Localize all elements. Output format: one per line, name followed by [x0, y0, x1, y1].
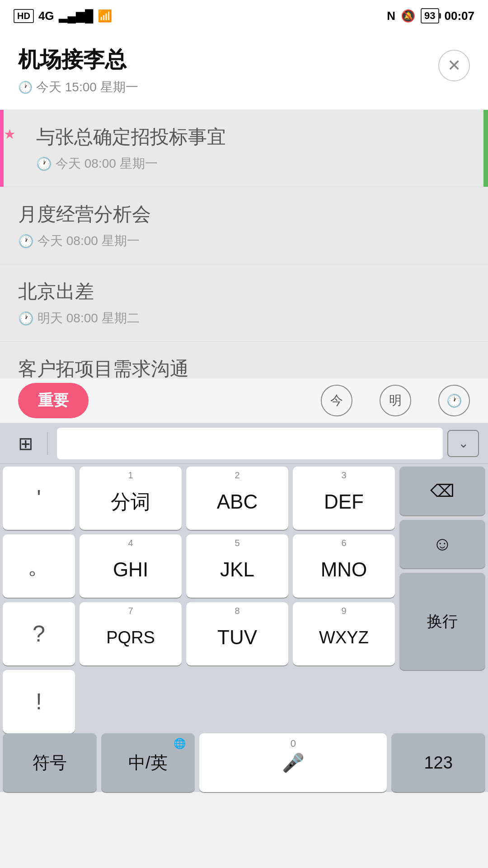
key-1-fenci[interactable]: 1 分词 — [80, 467, 182, 530]
input-card-content: 机场接李总 🕐 今天 15:00 星期一 — [18, 45, 438, 96]
suggestion-datetime: 今天 08:00 星期一 — [56, 155, 158, 172]
suggestion-datetime: 今天 08:00 星期一 — [38, 232, 140, 250]
key-lang-switch[interactable]: 🌐 中/英 — [101, 733, 195, 792]
suggestion-meta: 🕐 今天 08:00 星期一 — [18, 232, 470, 250]
key-4-ghi[interactable]: 4 GHI — [80, 534, 182, 598]
keyboard-bottom-row: 符号 🌐 中/英 0 🎤 123 — [3, 733, 485, 792]
suggestion-datetime: 明天 08:00 星期二 — [38, 310, 140, 327]
quick-action-bar: 重要 今 明 🕐 — [0, 378, 488, 423]
keyboard-main-grid: 1 分词 2 ABC 3 DEF 4 GHI 5 — [80, 467, 395, 733]
suggestion-title: 与张总确定招投标事宜 — [18, 124, 470, 150]
suggestion-title-partial: 客户拓项目需求沟通 — [18, 356, 470, 378]
hide-keyboard-button[interactable]: ⌄ — [447, 430, 479, 457]
key-8-tuv[interactable]: 8 TUV — [186, 602, 288, 665]
suggestion-meta: 🕐 明天 08:00 星期二 — [18, 310, 470, 327]
important-button[interactable]: 重要 — [18, 383, 89, 418]
key-3-def[interactable]: 3 DEF — [293, 467, 395, 530]
key-number: 6 — [293, 538, 395, 548]
chevron-down-icon: ⌄ — [458, 436, 469, 451]
symbol-label: 符号 — [33, 751, 67, 774]
key-symbol[interactable]: 符号 — [3, 733, 97, 792]
close-button[interactable]: ✕ — [438, 50, 470, 81]
hd-badge: HD — [14, 9, 34, 23]
key-2-abc[interactable]: 2 ABC — [186, 467, 288, 530]
keyboard-toolbar: ⊞ ⌄ — [0, 423, 488, 464]
delete-icon: ⌫ — [430, 481, 455, 501]
key-exclaim[interactable]: ! — [3, 670, 75, 733]
key-char: TUV — [217, 626, 257, 649]
key-char: JKL — [220, 558, 254, 581]
key-number: 7 — [80, 606, 182, 616]
tomorrow-button[interactable]: 明 — [380, 385, 411, 416]
bell-icon: 🔕 — [401, 9, 415, 23]
key-number: 4 — [80, 538, 182, 548]
mic-icon: 🎤 — [282, 752, 305, 774]
key-9-wxyz[interactable]: 9 WXYZ — [293, 602, 395, 665]
key-number: 2 — [186, 470, 288, 481]
key-comma[interactable]: ' — [3, 467, 75, 530]
key-number: 1 — [80, 470, 182, 481]
task-title-input[interactable]: 机场接李总 — [18, 45, 438, 74]
key-number: 9 — [293, 606, 395, 616]
suggestion-meta: 🕐 今天 08:00 星期一 — [18, 155, 470, 172]
key-char: DEF — [324, 491, 364, 513]
input-card: 机场接李总 🕐 今天 15:00 星期一 ✕ — [0, 32, 488, 110]
signal-icon: 4G — [38, 9, 54, 23]
key-period[interactable]: 。 — [3, 534, 75, 598]
lang-label: 中/英 — [128, 751, 168, 774]
key-number: 3 — [293, 470, 395, 481]
wifi-icon: 📶 — [98, 9, 112, 23]
status-right: N 🔕 93 00:07 — [387, 8, 474, 24]
star-icon: ★ — [4, 126, 16, 142]
emoji-icon: ☺ — [433, 533, 452, 555]
key-space-mic[interactable]: 0 🎤 — [199, 733, 387, 792]
key-newline[interactable]: 换行 — [399, 573, 485, 670]
priority-bar — [483, 110, 488, 187]
divider — [47, 432, 48, 455]
task-meta: 🕐 今天 15:00 星期一 — [18, 79, 438, 96]
zero-label: 0 — [199, 738, 387, 750]
keyboard-left-col: ' 。 ? ! — [3, 467, 75, 733]
status-bar: HD 4G ▂▄▆█ 📶 N 🔕 93 00:07 — [0, 0, 488, 32]
clock-icon: 🕐 — [18, 80, 33, 94]
suggestion-title: 北京出差 — [18, 279, 470, 304]
keyboard-body: ' 。 ? ! 1 分词 2 ABC 3 DEF — [3, 467, 485, 733]
suggestion-item[interactable]: ★ 与张总确定招投标事宜 🕐 今天 08:00 星期一 — [0, 110, 488, 187]
time-display: 00:07 — [445, 9, 475, 23]
key-char: PQRS — [106, 628, 155, 647]
key-number: 8 — [186, 606, 288, 616]
clock-icon: 🕐 — [18, 234, 34, 249]
clock-icon: 🕐 — [446, 393, 462, 408]
key-char: 分词 — [111, 489, 150, 515]
key-char: WXYZ — [319, 628, 369, 647]
task-datetime: 今天 15:00 星期一 — [36, 79, 138, 96]
key-delete[interactable]: ⌫ — [399, 467, 485, 515]
key-char: GHI — [113, 558, 148, 581]
keyboard: ' 。 ? ! 1 分词 2 ABC 3 DEF — [0, 464, 488, 792]
key-5-jkl[interactable]: 5 JKL — [186, 534, 288, 598]
suggestion-title: 月度经营分析会 — [18, 202, 470, 227]
newline-label: 换行 — [427, 611, 458, 632]
suggestion-item[interactable]: 北京出差 🕐 明天 08:00 星期二 — [0, 264, 488, 342]
suggestion-item-partial[interactable]: 客户拓项目需求沟通 — [0, 342, 488, 378]
key-emoji[interactable]: ☺ — [399, 520, 485, 569]
globe-icon: 🌐 — [174, 738, 186, 750]
today-button[interactable]: 今 — [321, 385, 352, 416]
key-number: 5 — [186, 538, 288, 548]
battery-indicator: 93 — [421, 8, 439, 24]
keyboard-input-area[interactable] — [57, 428, 443, 459]
key-123[interactable]: 123 — [391, 733, 485, 792]
grid-icon[interactable]: ⊞ — [9, 429, 42, 458]
key-7-pqrs[interactable]: 7 PQRS — [80, 602, 182, 665]
suggestions-area: ★ 与张总确定招投标事宜 🕐 今天 08:00 星期一 月度经营分析会 🕐 今天… — [0, 110, 488, 378]
clock-icon: 🕐 — [36, 156, 52, 171]
nfc-icon: N — [387, 9, 395, 23]
key-6-mno[interactable]: 6 MNO — [293, 534, 395, 598]
key-char: MNO — [321, 558, 367, 581]
key-char: ABC — [217, 491, 258, 513]
key-question[interactable]: ? — [3, 602, 75, 665]
num-label: 123 — [424, 753, 452, 773]
time-button[interactable]: 🕐 — [438, 385, 470, 416]
signal-bars: ▂▄▆█ — [59, 9, 94, 23]
suggestion-item[interactable]: 月度经营分析会 🕐 今天 08:00 星期一 — [0, 187, 488, 264]
